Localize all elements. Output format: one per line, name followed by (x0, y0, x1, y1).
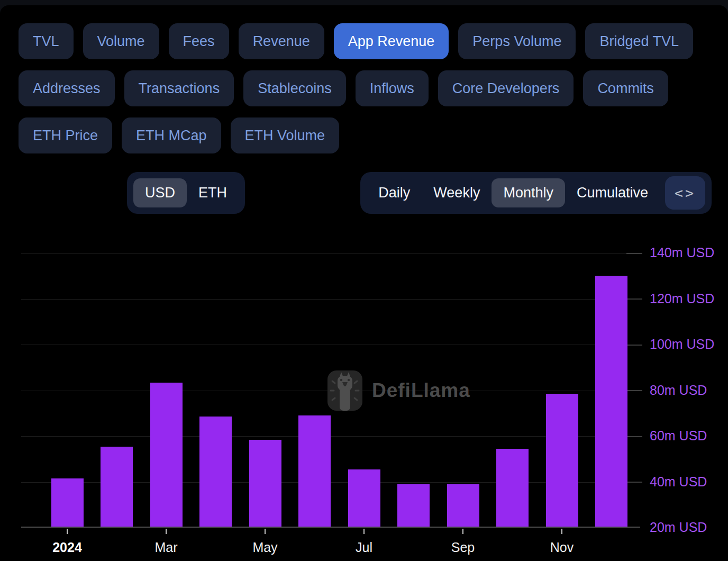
bar-nov-2024[interactable] (546, 394, 578, 527)
option-cumulative[interactable]: Cumulative (565, 178, 660, 207)
y-axis-label-60m: 60m USD (650, 428, 707, 444)
gridline-100m (21, 345, 640, 345)
option-daily[interactable]: Daily (367, 178, 422, 207)
gridline-120m (21, 299, 640, 300)
option-monthly[interactable]: Monthly (492, 178, 565, 207)
bar-jan-2024[interactable] (51, 478, 84, 527)
bar-sep-2024[interactable] (447, 484, 479, 527)
y-axis-label-120m: 120m USD (650, 291, 714, 306)
y-axis-tick (626, 390, 642, 391)
tab-eth-price[interactable]: ETH Price (19, 117, 112, 153)
x-axis-label-nov: Nov (550, 540, 574, 555)
x-axis-tick-jul (363, 529, 365, 534)
tab-app-revenue[interactable]: App Revenue (334, 23, 449, 59)
tab-eth-mcap[interactable]: ETH MCap (122, 117, 221, 153)
option-weekly[interactable]: Weekly (422, 178, 492, 207)
gridline-140m (21, 253, 640, 254)
tab-bridged-tvl[interactable]: Bridged TVL (585, 23, 693, 59)
bar-may-2024[interactable] (249, 440, 281, 527)
tab-stablecoins[interactable]: Stablecoins (243, 70, 346, 106)
metric-tab-row-3: ETH PriceETH MCapETH Volume (19, 117, 728, 153)
y-axis-tick (626, 253, 642, 254)
y-axis-tick (626, 482, 642, 483)
bar-dec-2024[interactable] (595, 276, 627, 527)
x-axis-label-sep: Sep (451, 540, 475, 555)
tab-eth-volume[interactable]: ETH Volume (231, 117, 340, 153)
x-axis-tick-2024 (67, 529, 68, 534)
y-axis-tick (626, 345, 642, 346)
tab-fees[interactable]: Fees (169, 23, 229, 59)
x-axis-tick-sep (462, 529, 463, 534)
bar-aug-2024[interactable] (397, 484, 430, 527)
gridline-80m (21, 391, 640, 391)
x-axis-label-mar: Mar (154, 540, 177, 555)
option-eth[interactable]: ETH (187, 178, 239, 207)
tab-inflows[interactable]: Inflows (356, 70, 429, 106)
x-axis-label-2024: 2024 (52, 540, 82, 555)
metric-tab-row-1: TVLVolumeFeesRevenueApp RevenuePerps Vol… (19, 23, 728, 59)
x-axis-label-jul: Jul (356, 540, 372, 555)
x-axis-tick-mar (166, 529, 167, 534)
y-axis-label-100m: 100m USD (650, 337, 714, 352)
y-axis-tick (626, 298, 642, 300)
y-axis-label-40m: 40m USD (650, 474, 707, 489)
currency-toggle: USDETH (127, 172, 245, 214)
x-axis-tick-may (265, 529, 266, 534)
bar-oct-2024[interactable] (496, 449, 529, 527)
metric-tab-row-2: AddressesTransactionsStablecoinsInflowsC… (19, 70, 728, 106)
embed-code-button[interactable]: <> (665, 176, 705, 210)
tab-volume[interactable]: Volume (83, 23, 159, 59)
bar-jun-2024[interactable] (298, 415, 331, 527)
y-axis-label-140m: 140m USD (650, 245, 714, 260)
bar-feb-2024[interactable] (101, 447, 133, 527)
y-axis-label-80m: 80m USD (650, 382, 707, 397)
tab-perps-volume[interactable]: Perps Volume (458, 23, 576, 59)
x-axis-tick-nov (561, 529, 562, 534)
option-usd[interactable]: USD (133, 178, 187, 207)
x-axis-label-may: May (252, 540, 277, 555)
tab-core-developers[interactable]: Core Developers (438, 70, 574, 106)
dashboard-card: TVLVolumeFeesRevenueApp RevenuePerps Vol… (0, 5, 728, 561)
tab-transactions[interactable]: Transactions (124, 70, 234, 106)
tab-addresses[interactable]: Addresses (19, 70, 115, 106)
tab-tvl[interactable]: TVL (19, 23, 74, 59)
bar-jul-2024[interactable] (348, 469, 380, 527)
y-axis-label-20m: 20m USD (650, 520, 707, 535)
y-axis-tick (626, 436, 642, 437)
interval-toggle: DailyWeeklyMonthlyCumulative<> (360, 172, 712, 214)
tab-commits[interactable]: Commits (583, 70, 668, 106)
bar-mar-2024[interactable] (150, 383, 183, 527)
plot-area: 140m USD120m USD100m USD80m USD60m USD40… (21, 233, 640, 528)
bar-apr-2024[interactable] (199, 417, 232, 527)
tab-revenue[interactable]: Revenue (239, 23, 324, 59)
chart-controls-row: USDETH DailyWeeklyMonthlyCumulative<> (19, 172, 712, 214)
